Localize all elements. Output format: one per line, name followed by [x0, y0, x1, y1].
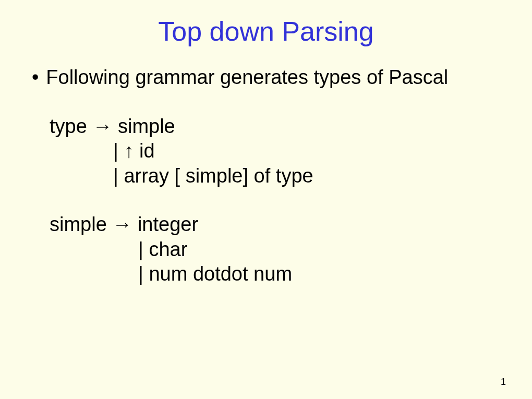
- grammar-block-1: type → simple | ↑ id | array [ simple] o…: [50, 114, 501, 189]
- slide: Top down Parsing • Following grammar gen…: [0, 0, 532, 399]
- bullet-marker: •: [32, 65, 39, 90]
- bullet-text: Following grammar generates types of Pas…: [46, 65, 501, 90]
- grammar-rule-line: | char: [50, 237, 501, 262]
- grammar-rule-line: | ↑ id: [50, 139, 501, 164]
- slide-content: • Following grammar generates types of P…: [31, 65, 501, 287]
- slide-title: Top down Parsing: [31, 16, 501, 47]
- grammar-rule-line: | num dotdot num: [50, 262, 501, 287]
- grammar-rule-line: | array [ simple] of type: [50, 164, 501, 189]
- grammar-block-2: simple → integer | char | num dotdot num: [50, 212, 501, 287]
- grammar-rule-line: simple → integer: [50, 212, 501, 237]
- bullet-item: • Following grammar generates types of P…: [50, 65, 501, 90]
- page-number: 1: [501, 377, 506, 388]
- grammar-rule-line: type → simple: [50, 114, 501, 139]
